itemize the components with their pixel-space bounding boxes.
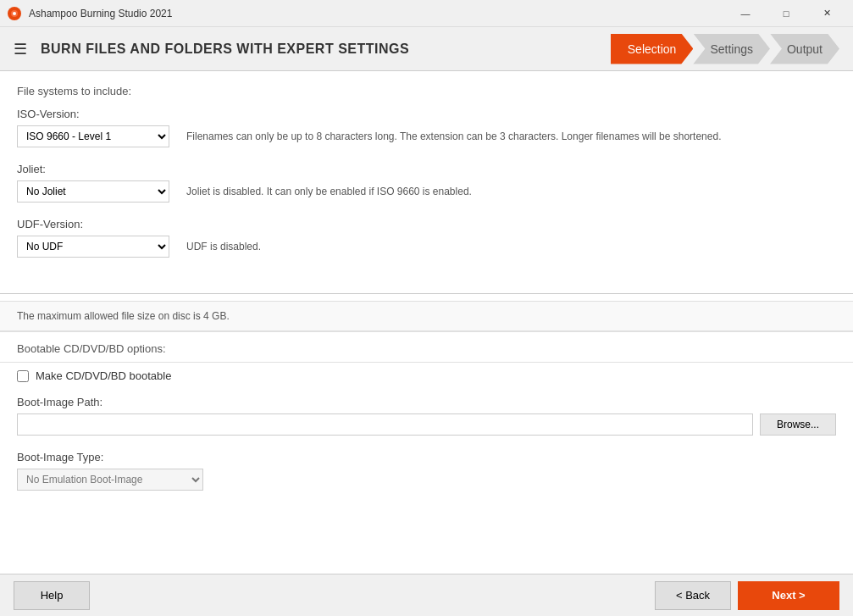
help-button[interactable]: Help (14, 581, 90, 610)
max-file-size-info: The maximum allowed file size on disc is… (0, 301, 853, 331)
next-button[interactable]: Next > (738, 581, 839, 610)
footer-right: < Back Next > (655, 581, 839, 610)
make-bootable-row: Make CD/DVD/BD bootable (17, 369, 836, 382)
boot-image-type-group: Boot-Image Type: No Emulation Boot-Image… (17, 451, 836, 491)
bootable-section: Make CD/DVD/BD bootable Boot-Image Path:… (0, 362, 853, 519)
udf-version-select[interactable]: No UDF UDF 1.02 UDF 1.5 UDF 2.0 UDF 2.5 … (17, 236, 169, 258)
app-header: ☰ BURN FILES AND FOLDERS WITH EXPERT SET… (0, 27, 853, 71)
window-controls: — □ ✕ (726, 1, 846, 26)
wizard-steps: Selection Settings Output (611, 27, 839, 70)
boot-image-type-label: Boot-Image Type: (17, 451, 836, 463)
file-systems-label: File systems to include: (17, 85, 836, 97)
joliet-select[interactable]: No Joliet Joliet (17, 180, 169, 203)
footer: Help < Back Next > (0, 574, 853, 616)
app-title: Ashampoo Burning Studio 2021 (29, 8, 726, 19)
menu-icon[interactable]: ☰ (14, 40, 27, 58)
footer-left: Help (14, 581, 655, 610)
udf-version-row: No UDF UDF 1.02 UDF 1.5 UDF 2.0 UDF 2.5 … (17, 236, 836, 258)
iso-version-hint: Filenames can only be up to 8 characters… (186, 130, 721, 142)
iso-version-label: ISO-Version: (17, 108, 836, 120)
step-selection[interactable]: Selection (611, 34, 694, 64)
file-systems-section: File systems to include: ISO-Version: IS… (0, 71, 853, 286)
close-button[interactable]: ✕ (807, 1, 846, 26)
title-bar: Ashampoo Burning Studio 2021 — □ ✕ (0, 0, 853, 27)
app-logo (7, 6, 22, 21)
iso-version-select[interactable]: ISO 9660 - Level 1 ISO 9660 - Level 2 IS… (17, 125, 169, 147)
joliet-group: Joliet: No Joliet Joliet Joliet is disab… (17, 163, 836, 203)
page-title: BURN FILES AND FOLDERS WITH EXPERT SETTI… (41, 42, 611, 57)
joliet-row: No Joliet Joliet Joliet is disabled. It … (17, 180, 836, 203)
boot-image-path-input[interactable] (17, 413, 753, 436)
iso-version-row: ISO 9660 - Level 1 ISO 9660 - Level 2 IS… (17, 125, 836, 147)
udf-hint: UDF is disabled. (186, 241, 261, 253)
minimize-button[interactable]: — (726, 1, 765, 26)
back-button[interactable]: < Back (655, 581, 731, 610)
section-divider (0, 293, 853, 294)
boot-image-type-select[interactable]: No Emulation Boot-Image 1.2 MB Floppy 1.… (17, 469, 203, 491)
make-bootable-label[interactable]: Make CD/DVD/BD bootable (36, 369, 171, 382)
boot-image-path-group: Boot-Image Path: Browse... (17, 396, 836, 436)
udf-version-label: UDF-Version: (17, 218, 836, 230)
joliet-hint: Joliet is disabled. It can only be enabl… (186, 186, 472, 197)
main-content: File systems to include: ISO-Version: IS… (0, 71, 853, 574)
make-bootable-checkbox[interactable] (17, 370, 29, 382)
udf-version-group: UDF-Version: No UDF UDF 1.02 UDF 1.5 UDF… (17, 218, 836, 258)
joliet-label: Joliet: (17, 163, 836, 175)
browse-button[interactable]: Browse... (760, 413, 836, 436)
iso-version-group: ISO-Version: ISO 9660 - Level 1 ISO 9660… (17, 108, 836, 147)
svg-point-2 (13, 12, 16, 15)
boot-image-path-row: Browse... (17, 413, 836, 436)
step-settings[interactable]: Settings (693, 34, 770, 64)
maximize-button[interactable]: □ (767, 1, 806, 26)
bootable-section-title: Bootable CD/DVD/BD options: (0, 331, 853, 362)
step-output[interactable]: Output (770, 34, 839, 64)
boot-image-path-label: Boot-Image Path: (17, 396, 836, 408)
